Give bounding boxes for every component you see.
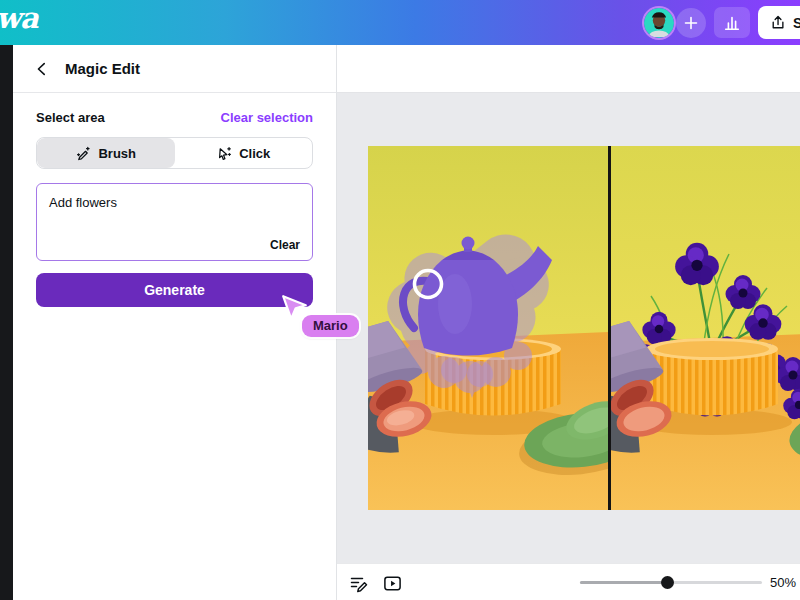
bar-chart-icon: [723, 14, 741, 32]
after-image-flowers[interactable]: [611, 146, 800, 510]
editor-canvas: 50%: [337, 45, 800, 600]
zoom-slider[interactable]: [580, 581, 762, 584]
select-area-label: Select area: [36, 110, 105, 125]
share-upload-icon: [770, 14, 786, 31]
after-image-wrap: [611, 146, 800, 510]
back-button[interactable]: [31, 58, 53, 80]
play-icon: [383, 574, 402, 593]
tab-brush[interactable]: Brush: [37, 138, 175, 168]
tab-brush-label: Brush: [98, 146, 136, 161]
canva-logo[interactable]: wa: [0, 1, 38, 35]
zoom-level-label[interactable]: 50%: [770, 575, 796, 590]
design-artboard: [368, 146, 800, 510]
magic-click-icon: [216, 145, 232, 161]
canvas-toolbar: [337, 45, 800, 93]
generate-button[interactable]: Generate: [36, 273, 313, 307]
magic-brush-icon: [75, 145, 91, 161]
notes-icon: [349, 574, 368, 593]
zoom-slider-fill: [580, 581, 667, 584]
top-bar: wa Share: [0, 0, 800, 45]
share-button[interactable]: Share: [758, 6, 800, 39]
panel-title: Magic Edit: [65, 60, 140, 77]
prompt-input[interactable]: Add flowers Clear: [36, 183, 313, 261]
panel-header: Magic Edit: [13, 45, 336, 93]
canva-magic-edit-app: wa Share: [0, 0, 800, 600]
selection-mode-tabs: Brush Click: [36, 137, 313, 169]
canvas-bottom-bar: 50%: [337, 563, 800, 600]
avatar-image: [644, 8, 674, 38]
tab-click-label: Click: [239, 146, 270, 161]
avatar[interactable]: [644, 8, 674, 38]
zoom-slider-thumb[interactable]: [661, 576, 674, 589]
prompt-clear-button[interactable]: Clear: [270, 238, 300, 252]
panel-body: Select area Clear selection Brush: [13, 93, 336, 307]
share-button-label: Share: [793, 15, 800, 31]
prompt-value: Add flowers: [49, 195, 300, 210]
plus-icon: [683, 15, 699, 31]
notes-button[interactable]: [348, 573, 368, 593]
collapsed-panel-rail[interactable]: [0, 45, 13, 600]
tab-click[interactable]: Click: [175, 138, 313, 168]
clear-selection-link[interactable]: Clear selection: [221, 110, 314, 125]
magic-edit-panel: Magic Edit Select area Clear selection: [13, 45, 337, 600]
before-image-teapot[interactable]: [368, 146, 608, 510]
add-member-button[interactable]: [676, 8, 706, 38]
select-area-row: Select area Clear selection: [36, 110, 313, 125]
chevron-left-icon: [34, 61, 50, 77]
present-button[interactable]: [382, 573, 402, 593]
insights-button[interactable]: [714, 7, 750, 38]
